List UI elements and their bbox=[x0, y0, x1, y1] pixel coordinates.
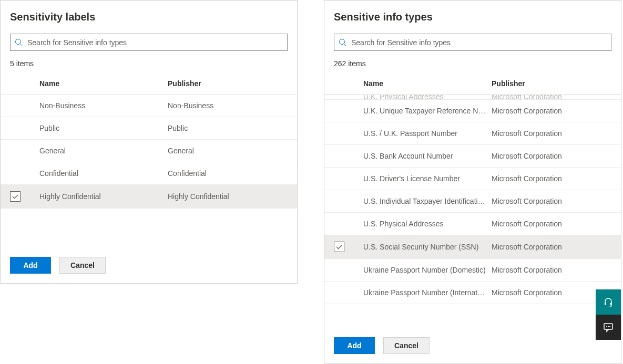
headset-icon bbox=[603, 297, 614, 307]
cell-name: U.S. Individual Taxpayer Identification … bbox=[363, 197, 492, 205]
cancel-button[interactable]: Cancel bbox=[383, 337, 430, 354]
cell-publisher: Microsoft Corporation bbox=[492, 174, 611, 183]
cell-name: U.S. / U.K. Passport Number bbox=[363, 129, 492, 138]
cell-name: U.K. Unique Taxpayer Reference Number bbox=[363, 107, 492, 115]
table-row[interactable]: Highly ConfidentialHighly Confidential bbox=[1, 185, 297, 209]
search-input[interactable] bbox=[27, 38, 283, 47]
cell-publisher: Microsoft Corporation bbox=[492, 243, 611, 251]
cell-publisher: Highly Confidential bbox=[168, 192, 288, 201]
column-header-name[interactable]: Name bbox=[39, 79, 168, 88]
cell-publisher: Microsoft Corporation bbox=[492, 288, 611, 297]
table-row[interactable]: U.S. / U.K. Passport NumberMicrosoft Cor… bbox=[324, 122, 621, 145]
table-row[interactable]: PublicPublic bbox=[1, 117, 297, 140]
table-row[interactable]: U.S. Physical AddressesMicrosoft Corpora… bbox=[324, 213, 621, 235]
cell-name: General bbox=[39, 147, 168, 155]
cell-publisher: Microsoft Corporation bbox=[492, 107, 611, 115]
table-header: Name Publisher bbox=[324, 73, 621, 95]
cell-name: U.K. Physical Addresses bbox=[363, 95, 492, 100]
add-button[interactable]: Add bbox=[334, 337, 375, 354]
table-row[interactable]: ConfidentialConfidential bbox=[1, 162, 297, 185]
checkbox[interactable] bbox=[334, 242, 344, 252]
table-row[interactable]: Ukraine Passport Number (International)M… bbox=[324, 282, 621, 304]
search-box[interactable] bbox=[10, 34, 288, 51]
check-icon bbox=[12, 193, 19, 200]
table-row[interactable]: U.S. Bank Account NumberMicrosoft Corpor… bbox=[324, 145, 621, 168]
item-count: 5 items bbox=[1, 59, 297, 68]
cell-name: U.S. Physical Addresses bbox=[363, 220, 492, 228]
cell-publisher: Microsoft Corporation bbox=[492, 266, 611, 274]
search-icon bbox=[15, 38, 23, 47]
column-header-name[interactable]: Name bbox=[363, 79, 492, 88]
cell-name: Ukraine Passport Number (International) bbox=[363, 288, 492, 297]
cell-publisher: Non-Business bbox=[168, 101, 288, 110]
labels-table: Name Publisher Non-BusinessNon-BusinessP… bbox=[1, 73, 297, 209]
cell-name: Confidential bbox=[39, 169, 168, 178]
cell-name: Public bbox=[39, 124, 168, 132]
search-input[interactable] bbox=[351, 38, 607, 47]
cancel-button[interactable]: Cancel bbox=[59, 257, 106, 274]
panel-title: Sensitive info types bbox=[324, 1, 621, 34]
cell-name: Ukraine Passport Number (Domestic) bbox=[363, 266, 492, 274]
table-row[interactable]: U.S. Driver's License NumberMicrosoft Co… bbox=[324, 168, 621, 190]
column-header-publisher[interactable]: Publisher bbox=[492, 79, 611, 88]
table-row[interactable]: Non-BusinessNon-Business bbox=[1, 95, 297, 117]
column-header-publisher[interactable]: Publisher bbox=[168, 79, 288, 88]
item-count: 262 items bbox=[324, 59, 621, 68]
table-row[interactable]: U.K. Unique Taxpayer Reference NumberMic… bbox=[324, 100, 621, 122]
sensitive-info-types-panel: Sensitive info types 262 items Name Publ… bbox=[324, 0, 621, 364]
cell-publisher: Microsoft Corporation bbox=[492, 197, 611, 205]
cell-publisher: Microsoft Corporation bbox=[492, 220, 611, 228]
cell-name: Non-Business bbox=[39, 101, 168, 110]
table-header: Name Publisher bbox=[1, 73, 297, 95]
support-button[interactable] bbox=[596, 289, 621, 315]
table-row[interactable]: U.S. Social Security Number (SSN)Microso… bbox=[324, 235, 621, 259]
checkbox[interactable] bbox=[10, 191, 21, 202]
add-button[interactable]: Add bbox=[10, 257, 51, 274]
cell-publisher: Public bbox=[168, 124, 288, 132]
feedback-button[interactable] bbox=[596, 315, 621, 340]
feedback-icon bbox=[603, 322, 614, 332]
cell-name: U.S. Driver's License Number bbox=[363, 174, 492, 183]
cell-publisher: Confidential bbox=[168, 169, 288, 178]
info-types-table: Name Publisher U.K. Physical Addresses M… bbox=[324, 73, 621, 328]
cell-name: Highly Confidential bbox=[39, 192, 168, 201]
table-row[interactable]: GeneralGeneral bbox=[1, 140, 297, 162]
table-row[interactable]: U.S. Individual Taxpayer Identification … bbox=[324, 190, 621, 213]
cell-publisher: General bbox=[168, 147, 288, 155]
search-box[interactable] bbox=[334, 34, 611, 51]
cell-name: U.S. Social Security Number (SSN) bbox=[363, 243, 492, 251]
table-row[interactable]: U.K. Physical Addresses Microsoft Corpor… bbox=[324, 95, 621, 100]
cell-name: U.S. Bank Account Number bbox=[363, 152, 492, 160]
search-icon bbox=[339, 38, 347, 47]
table-row[interactable]: Ukraine Passport Number (Domestic)Micros… bbox=[324, 259, 621, 282]
panel-title: Sensitivity labels bbox=[1, 1, 297, 34]
cell-publisher: Microsoft Corporation bbox=[492, 95, 611, 100]
sensitivity-labels-panel: Sensitivity labels 5 items Name Publishe… bbox=[0, 0, 298, 284]
check-icon bbox=[335, 243, 343, 251]
cell-publisher: Microsoft Corporation bbox=[492, 129, 611, 138]
cell-publisher: Microsoft Corporation bbox=[492, 152, 611, 160]
